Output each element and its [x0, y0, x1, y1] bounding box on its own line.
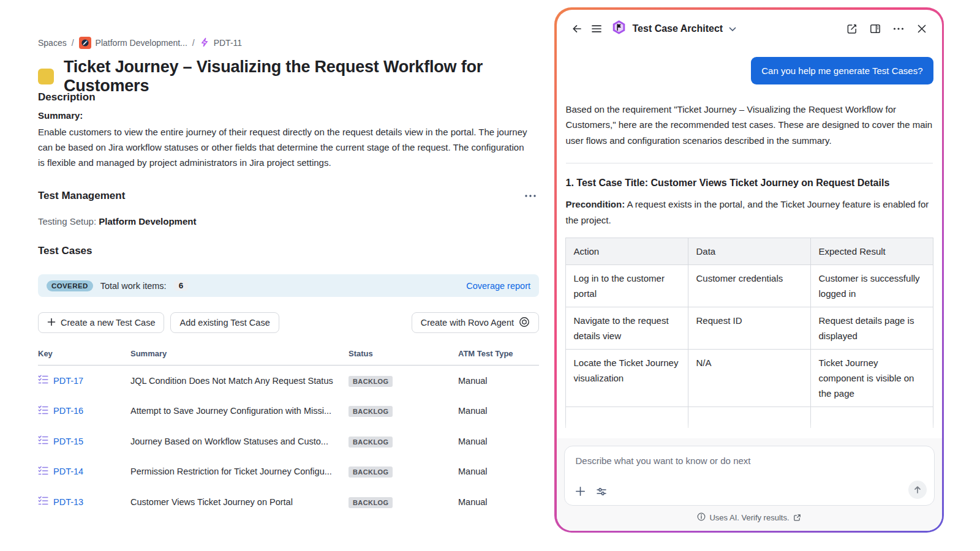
plus-icon[interactable]	[573, 484, 588, 499]
status-badge: BACKLOG	[349, 406, 393, 417]
table-row: PDT-14 Permission Restriction for Ticket…	[38, 457, 539, 487]
row-key-cell: PDT-15	[38, 435, 83, 448]
table-row: Locate the Ticket Journey visualization …	[565, 350, 933, 407]
test-case-rows: PDT-17 JQL Condition Does Not Match Any …	[38, 365, 539, 517]
row-key-cell: PDT-17	[38, 374, 83, 387]
create-test-case-button[interactable]: Create a new Test Case	[38, 312, 164, 333]
column-header-action: Action	[565, 238, 688, 265]
status-badge: BACKLOG	[349, 467, 393, 478]
column-header-data: Data	[688, 238, 810, 265]
user-message-bubble: Can you help me generate Test Cases?	[751, 57, 933, 84]
breadcrumb-separator: /	[192, 38, 195, 48]
test-case-key-link[interactable]: PDT-13	[53, 497, 83, 507]
test-case-key-link[interactable]: PDT-15	[53, 437, 83, 446]
description-heading: Description	[38, 91, 96, 103]
test-case-actions: Create a new Test Case Add existing Test…	[38, 312, 539, 333]
external-link-icon[interactable]	[793, 514, 801, 522]
test-case-key-link[interactable]: PDT-14	[53, 467, 83, 476]
checklist-icon	[38, 465, 48, 478]
data-cell: Customer credentials	[688, 265, 810, 307]
table-row: Log in to the customer portal Customer c…	[565, 265, 933, 307]
info-icon	[697, 512, 706, 523]
column-header-key: Key	[38, 349, 53, 358]
create-with-rovo-button[interactable]: Create with Rovo Agent	[412, 312, 539, 333]
chevron-down-icon	[729, 23, 736, 34]
table-header-row: Action Data Expected Result	[565, 238, 933, 265]
plus-icon	[47, 318, 56, 328]
close-icon[interactable]	[912, 19, 932, 39]
table-row: PDT-15 Journey Based on Workflow Statuse…	[38, 426, 539, 457]
panel-layout-icon[interactable]	[865, 19, 885, 39]
back-icon[interactable]	[567, 19, 587, 39]
more-icon[interactable]	[522, 189, 539, 203]
send-button[interactable]	[908, 481, 927, 499]
status-cell: BACKLOG	[349, 405, 393, 416]
status-cell: BACKLOG	[349, 436, 393, 447]
work-type-icon	[38, 69, 54, 84]
breadcrumb-separator: /	[72, 38, 74, 48]
status-badge: BACKLOG	[349, 376, 393, 387]
test-management-heading: Test Management	[38, 190, 125, 202]
create-rovo-label: Create with Rovo Agent	[421, 318, 514, 328]
add-existing-label: Add existing Test Case	[179, 318, 270, 328]
table-row: PDT-13 Customer Views Ticket Journey on …	[38, 487, 539, 517]
test-case-summary: Attempt to Save Journey Configuration wi…	[130, 406, 342, 416]
test-case-key-link[interactable]: PDT-16	[53, 406, 83, 416]
summary-text: Enable customers to view the entire jour…	[38, 124, 528, 170]
table-row: PDT-17 JQL Condition Does Not Match Any …	[38, 365, 539, 396]
breadcrumb-project-label: Platform Development...	[96, 38, 187, 48]
test-type-cell: Manual	[458, 437, 488, 446]
testing-setup: Testing Setup: Platform Development	[38, 216, 196, 227]
breadcrumb-project[interactable]: Platform Development...	[79, 37, 187, 49]
data-cell: Request ID	[688, 307, 810, 350]
chat-input-card[interactable]	[564, 446, 935, 506]
table-row: Navigate to the request details view Req…	[565, 307, 933, 350]
page-title: Ticket Journey – Visualizing the Request…	[64, 58, 539, 96]
testing-setup-value: Platform Development	[99, 216, 196, 227]
expected-cell: Customer is successfully logged in	[810, 265, 933, 307]
more-icon[interactable]	[889, 19, 908, 39]
testing-setup-label: Testing Setup:	[38, 216, 99, 227]
agent-hexagon-icon	[611, 20, 627, 37]
agent-title: Test Case Architect	[633, 23, 723, 34]
test-cases-heading: Test Cases	[38, 245, 92, 257]
panel-header-actions	[842, 19, 932, 39]
compose-icon[interactable]	[842, 19, 862, 39]
sliders-icon[interactable]	[594, 484, 609, 499]
action-cell: Locate the Ticket Journey visualization	[565, 350, 688, 407]
test-case-key-link[interactable]: PDT-17	[53, 376, 83, 386]
covered-badge: COVERED	[47, 280, 93, 291]
column-header-type: ATM Test Type	[458, 349, 513, 358]
test-type-cell: Manual	[458, 467, 488, 476]
rovo-agent-panel: Test Case Architect	[554, 7, 944, 533]
agent-response-intro: Based on the requirement "Ticket Journey…	[565, 102, 933, 149]
breadcrumb-issue[interactable]: PDT-11	[200, 37, 242, 49]
panel-header: Test Case Architect	[557, 10, 942, 48]
total-work-items-count: 6	[174, 280, 189, 291]
checklist-icon	[38, 374, 48, 387]
expected-cell: Request details page is displayed	[810, 307, 933, 350]
action-cell	[565, 407, 688, 428]
chat-input-section: Uses AI. Verify results.	[557, 438, 942, 531]
row-key-cell: PDT-13	[38, 495, 83, 508]
test-case-summary: JQL Condition Does Not Match Any Request…	[130, 376, 342, 386]
test-type-cell: Manual	[458, 376, 488, 386]
status-cell: BACKLOG	[349, 466, 393, 477]
status-badge: BACKLOG	[349, 497, 393, 508]
column-header-summary: Summary	[130, 349, 167, 358]
data-cell: N/A	[688, 350, 810, 407]
breadcrumb-spaces[interactable]: Spaces	[38, 38, 67, 48]
coverage-banner: COVERED Total work items: 6 Coverage rep…	[38, 274, 539, 297]
hamburger-icon[interactable]	[587, 19, 606, 39]
agent-selector[interactable]: Test Case Architect	[611, 20, 737, 37]
column-header-expected: Expected Result	[810, 238, 933, 265]
test-case-summary: Permission Restriction for Ticket Journe…	[130, 467, 342, 476]
ai-disclaimer: Uses AI. Verify results.	[564, 506, 935, 531]
add-existing-test-case-button[interactable]: Add existing Test Case	[170, 312, 279, 333]
rovo-icon	[519, 317, 530, 329]
coverage-report-link[interactable]: Coverage report	[466, 281, 530, 291]
test-case-heading: 1. Test Case Title: Customer Views Ticke…	[565, 178, 933, 189]
chat-input[interactable]	[565, 446, 934, 505]
ai-disclaimer-text: Uses AI. Verify results.	[709, 513, 789, 522]
row-key-cell: PDT-14	[38, 465, 83, 478]
